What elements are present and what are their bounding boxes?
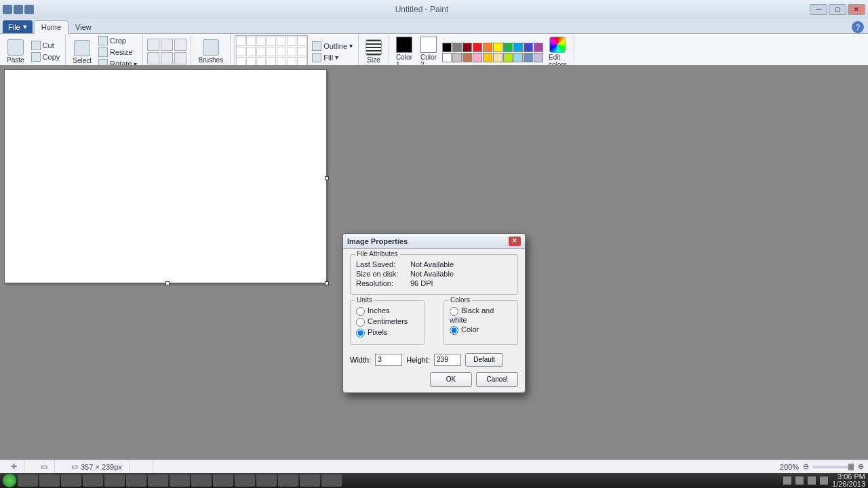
taskbar-app[interactable] <box>235 474 255 487</box>
resize-handle-br[interactable] <box>325 281 329 285</box>
units-centimeters-radio[interactable]: Centimeters <box>356 317 418 327</box>
palette-swatch[interactable] <box>493 53 502 62</box>
canvas[interactable] <box>4 69 327 283</box>
maximize-button[interactable]: ▢ <box>829 4 846 15</box>
minimize-button[interactable]: — <box>810 4 827 15</box>
start-button[interactable] <box>3 474 16 487</box>
cut-icon <box>31 41 41 50</box>
taskbar-app[interactable] <box>148 474 168 487</box>
width-input[interactable] <box>375 354 402 366</box>
text-tool[interactable] <box>174 39 186 51</box>
cursor-position: ✛ <box>4 460 24 473</box>
eraser-tool[interactable] <box>147 52 159 64</box>
taskbar-app[interactable] <box>256 474 277 487</box>
palette-swatch[interactable] <box>473 53 482 62</box>
brush-icon <box>203 39 219 56</box>
shapes-gallery[interactable] <box>235 35 308 68</box>
zoom-out-button[interactable]: ⊖ <box>803 462 809 471</box>
palette-swatch[interactable] <box>483 43 492 52</box>
taskbar-app[interactable] <box>83 474 103 487</box>
copy-button[interactable]: Copy <box>30 52 62 62</box>
zoom-level: 200% <box>780 463 799 471</box>
palette-swatch[interactable] <box>452 43 462 52</box>
palette-swatch[interactable] <box>493 43 502 52</box>
magnifier-tool[interactable] <box>174 52 186 64</box>
palette-swatch[interactable] <box>462 53 472 62</box>
help-button[interactable]: ? <box>852 21 864 33</box>
palette-swatch[interactable] <box>442 43 452 52</box>
palette-swatch[interactable] <box>534 43 543 52</box>
taskbar-app[interactable] <box>213 474 233 487</box>
colors-group: Colors Black and white Color <box>443 300 518 345</box>
fill-icon <box>312 53 321 62</box>
fill-tool[interactable] <box>161 39 173 51</box>
tab-view[interactable]: View <box>68 21 98 33</box>
dialog-titlebar[interactable]: Image Properties ✕ <box>343 234 525 249</box>
close-button[interactable]: ✕ <box>848 4 865 15</box>
taskbar-app[interactable] <box>39 474 60 487</box>
taskbar-app[interactable] <box>61 474 81 487</box>
palette-swatch[interactable] <box>473 43 482 52</box>
save-icon[interactable] <box>3 5 12 14</box>
taskbar-app[interactable] <box>191 474 212 487</box>
default-button[interactable]: Default <box>465 353 503 367</box>
palette-swatch[interactable] <box>503 53 513 62</box>
paste-button[interactable]: Paste <box>4 38 27 65</box>
cancel-button[interactable]: Cancel <box>476 372 518 387</box>
undo-icon[interactable] <box>14 5 23 14</box>
taskbar-app[interactable] <box>321 474 342 487</box>
title-bar: Untitled - Paint — ▢ ✕ <box>0 0 868 19</box>
crop-button[interactable]: Crop <box>97 35 138 46</box>
palette-swatch[interactable] <box>483 53 492 62</box>
width-label: Width: <box>350 356 371 364</box>
zoom-in-button[interactable]: ⊕ <box>858 462 864 471</box>
tray-icon[interactable] <box>808 476 816 485</box>
taskbar-app[interactable] <box>170 474 190 487</box>
resize-button[interactable]: Resize <box>97 47 138 58</box>
units-inches-radio[interactable]: Inches <box>356 306 418 316</box>
palette-swatch[interactable] <box>524 53 533 62</box>
tray-icon[interactable] <box>820 476 828 485</box>
palette-swatch[interactable] <box>503 43 513 52</box>
image-properties-dialog: Image Properties ✕ File Attributes Last … <box>342 233 526 393</box>
color-picker-tool[interactable] <box>161 52 173 64</box>
cut-button[interactable]: Cut <box>30 40 62 51</box>
palette-swatch[interactable] <box>462 43 472 52</box>
tab-home[interactable]: Home <box>34 20 68 34</box>
size-button[interactable]: Size <box>363 38 384 65</box>
shape-outline-button[interactable]: Outline ▾ <box>311 41 354 52</box>
palette-swatch[interactable] <box>534 53 543 62</box>
ok-button[interactable]: OK <box>430 372 472 387</box>
palette-swatch[interactable] <box>513 43 523 52</box>
taskbar-app[interactable] <box>278 474 298 487</box>
select-button[interactable]: Select <box>70 39 94 66</box>
tray-icon[interactable] <box>783 476 791 485</box>
palette-swatch[interactable] <box>442 53 452 62</box>
palette-swatch[interactable] <box>524 43 533 52</box>
file-menu-button[interactable]: File ▾ <box>3 20 33 33</box>
palette-swatch[interactable] <box>513 53 523 62</box>
tray-date: 1/26/2013 <box>832 481 865 488</box>
pencil-tool[interactable] <box>147 39 159 51</box>
resize-handle-bm[interactable] <box>165 281 170 285</box>
resize-handle-mr[interactable] <box>325 176 329 180</box>
brushes-button[interactable]: Brushes <box>195 38 226 65</box>
zoom-slider[interactable] <box>813 466 854 468</box>
colors-bw-radio[interactable]: Black and white <box>450 306 512 324</box>
units-group: Units Inches Centimeters Pixels <box>350 300 425 345</box>
dialog-close-button[interactable]: ✕ <box>509 237 521 246</box>
taskbar-app[interactable] <box>18 474 38 487</box>
redo-icon[interactable] <box>24 5 34 14</box>
units-pixels-radio[interactable]: Pixels <box>356 328 418 338</box>
edit-colors-icon <box>549 37 566 53</box>
shape-fill-button[interactable]: Fill ▾ <box>311 52 354 63</box>
colors-color-radio[interactable]: Color <box>450 325 512 335</box>
height-label: Height: <box>406 356 430 364</box>
taskbar-app[interactable] <box>126 474 146 487</box>
tray-icon[interactable] <box>795 476 804 485</box>
height-input[interactable] <box>434 354 461 366</box>
palette-swatch[interactable] <box>452 53 462 62</box>
system-tray: 3:06 PM 1/26/2013 <box>783 473 865 488</box>
taskbar-app[interactable] <box>104 474 125 487</box>
taskbar-app[interactable] <box>300 474 320 487</box>
